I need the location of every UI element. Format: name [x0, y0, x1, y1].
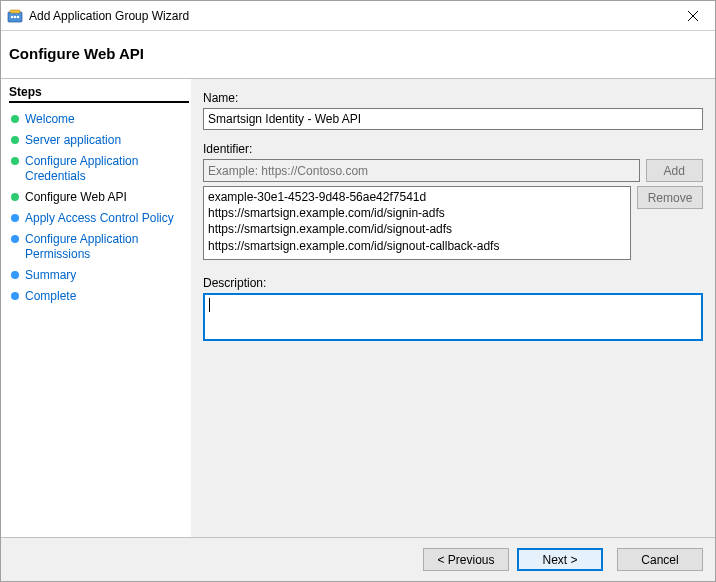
- steps-heading: Steps: [9, 83, 189, 103]
- close-icon: [688, 11, 698, 21]
- list-item[interactable]: https://smartsign.example.com/id/signin-…: [208, 205, 626, 221]
- content-panel: Name: Identifier: Add example-30e1-4523-…: [191, 79, 715, 537]
- list-item[interactable]: example-30e1-4523-9d48-56ae42f7541d: [208, 189, 626, 205]
- step-label: Welcome: [25, 112, 75, 127]
- window-title: Add Application Group Wizard: [29, 9, 670, 23]
- step-bullet-icon: [11, 292, 19, 300]
- step-complete[interactable]: Complete: [9, 286, 189, 307]
- step-bullet-icon: [11, 271, 19, 279]
- step-label: Configure Application Permissions: [25, 232, 187, 262]
- page-title: Configure Web API: [9, 45, 707, 62]
- list-item[interactable]: https://smartsign.example.com/id/signout…: [208, 221, 626, 237]
- cancel-button[interactable]: Cancel: [617, 548, 703, 571]
- titlebar: Add Application Group Wizard: [1, 1, 715, 31]
- step-bullet-icon: [11, 157, 19, 165]
- add-button[interactable]: Add: [646, 159, 703, 182]
- svg-point-3: [14, 15, 17, 18]
- step-configure-web-api[interactable]: Configure Web API: [9, 187, 189, 208]
- step-configure-credentials[interactable]: Configure Application Credentials: [9, 151, 189, 187]
- svg-rect-1: [10, 10, 20, 13]
- step-bullet-icon: [11, 235, 19, 243]
- description-label: Description:: [203, 276, 703, 290]
- description-input[interactable]: [203, 293, 703, 341]
- wizard-body: Steps Welcome Server application Configu…: [1, 79, 715, 537]
- step-bullet-icon: [11, 214, 19, 222]
- list-item[interactable]: https://smartsign.example.com/id/signout…: [208, 238, 626, 254]
- wizard-window: Add Application Group Wizard Configure W…: [0, 0, 716, 582]
- step-welcome[interactable]: Welcome: [9, 109, 189, 130]
- identifier-list[interactable]: example-30e1-4523-9d48-56ae42f7541d http…: [203, 186, 631, 260]
- step-bullet-icon: [11, 136, 19, 144]
- svg-point-4: [17, 15, 20, 18]
- identifier-input[interactable]: [203, 159, 640, 182]
- svg-point-2: [11, 15, 14, 18]
- text-caret-icon: [209, 298, 210, 312]
- step-bullet-icon: [11, 115, 19, 123]
- step-server-application[interactable]: Server application: [9, 130, 189, 151]
- wizard-footer: < Previous Next > Cancel: [1, 537, 715, 581]
- step-label: Configure Application Credentials: [25, 154, 187, 184]
- step-label: Complete: [25, 289, 76, 304]
- identifier-label: Identifier:: [203, 142, 703, 156]
- step-bullet-icon: [11, 193, 19, 201]
- next-button[interactable]: Next >: [517, 548, 603, 571]
- wizard-header: Configure Web API: [1, 31, 715, 79]
- previous-button[interactable]: < Previous: [423, 548, 509, 571]
- step-summary[interactable]: Summary: [9, 265, 189, 286]
- step-label: Summary: [25, 268, 76, 283]
- name-input[interactable]: [203, 108, 703, 130]
- name-label: Name:: [203, 91, 703, 105]
- step-label: Apply Access Control Policy: [25, 211, 174, 226]
- app-icon: [7, 8, 23, 24]
- remove-button[interactable]: Remove: [637, 186, 703, 209]
- step-label: Server application: [25, 133, 121, 148]
- step-access-control[interactable]: Apply Access Control Policy: [9, 208, 189, 229]
- close-button[interactable]: [670, 1, 715, 31]
- steps-panel: Steps Welcome Server application Configu…: [1, 79, 191, 537]
- step-label: Configure Web API: [25, 190, 127, 205]
- step-configure-permissions[interactable]: Configure Application Permissions: [9, 229, 189, 265]
